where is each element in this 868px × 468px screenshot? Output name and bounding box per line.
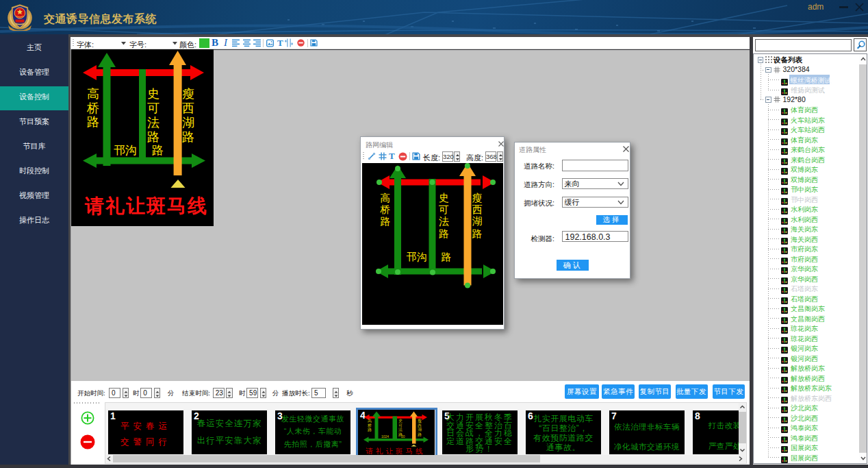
svg-text:路: 路 [368, 428, 372, 432]
svg-text:可: 可 [398, 423, 403, 428]
svg-text:桥: 桥 [367, 423, 372, 428]
svg-text:1024: 1024 [381, 434, 389, 439]
svg-text:路: 路 [418, 432, 422, 437]
svg-text:史: 史 [398, 419, 403, 423]
svg-text:法: 法 [398, 428, 403, 432]
svg-text:高: 高 [368, 418, 372, 423]
svg-text:20: 20 [401, 434, 405, 439]
svg-text:湖: 湖 [418, 428, 422, 432]
